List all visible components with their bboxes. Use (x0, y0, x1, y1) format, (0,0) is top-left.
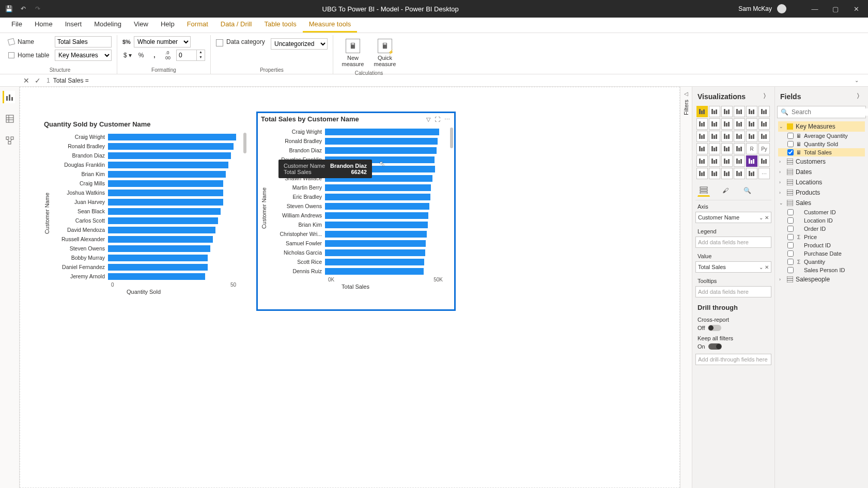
field-order-id[interactable]: Order ID (778, 225, 865, 233)
thousands-button[interactable]: , (149, 50, 160, 60)
viz-type-4[interactable] (746, 106, 757, 117)
measure-name-input[interactable] (55, 36, 112, 48)
viz-type-33[interactable] (734, 168, 745, 179)
scrollbar[interactable] (450, 128, 453, 289)
formula-cancel-button[interactable]: ✕ (21, 76, 32, 85)
tooltips-well[interactable]: Add data fields here (695, 286, 771, 297)
field-quantity-sold[interactable]: 🖩Quantity Sold (778, 140, 865, 148)
bar-row[interactable]: Dennis Ruiz (268, 266, 443, 276)
percent-button[interactable]: % (136, 50, 146, 60)
legend-well[interactable]: Add data fields here (695, 237, 771, 248)
field-product-id[interactable]: Product ID (778, 241, 865, 249)
data-view-button[interactable] (4, 113, 16, 125)
field-sales-person-id[interactable]: Sales Person ID (778, 266, 865, 274)
bar-row[interactable]: Bobby Murray (51, 253, 236, 262)
viz-type-27[interactable] (734, 155, 745, 167)
viz-type-28[interactable] (746, 155, 757, 167)
viz-type-15[interactable] (734, 131, 745, 142)
bar-row[interactable]: Steven Owens (51, 244, 236, 253)
bar-row[interactable]: Samuel Fowler (268, 239, 443, 248)
formula-expand-button[interactable]: ⌄ (855, 77, 866, 83)
ribbon-tab-format[interactable]: Format (181, 17, 214, 33)
bar-row[interactable]: Brandon Diaz (51, 151, 236, 160)
viz-type-35[interactable]: ⋯ (758, 168, 770, 179)
ribbon-tab-view[interactable]: View (128, 17, 154, 33)
formula-commit-button[interactable]: ✓ (32, 76, 43, 85)
bar-row[interactable]: Christopher Wri... (268, 229, 443, 239)
viz-type-26[interactable] (721, 155, 733, 167)
decimals-input[interactable] (177, 50, 196, 60)
ribbon-tab-file[interactable]: File (5, 17, 28, 33)
bar-row[interactable]: Carlos Scott (51, 216, 236, 225)
fields-well-tab[interactable] (698, 184, 710, 197)
ribbon-tab-table-tools[interactable]: Table tools (258, 17, 302, 33)
fields-panel-collapse-icon[interactable]: 〉 (857, 92, 863, 101)
axis-well[interactable]: Customer Name⌄✕ (695, 212, 771, 223)
remove-icon[interactable]: ✕ (765, 215, 769, 221)
bar-row[interactable]: Eric Bradley (268, 192, 443, 201)
ribbon-tab-home[interactable]: Home (28, 17, 59, 33)
bar-row[interactable]: Jeremy Arnold (51, 272, 236, 281)
model-view-button[interactable] (4, 134, 16, 147)
decimal-button[interactable]: .000 (163, 50, 173, 60)
viz-type-12[interactable] (696, 131, 708, 142)
bar-row[interactable]: Russell Alexander (51, 234, 236, 244)
field-average-quantity[interactable]: 🖩Average Quantity (778, 132, 865, 140)
field-total-sales[interactable]: 🖩Total Sales (778, 148, 865, 156)
bar-row[interactable]: William Andrews (268, 211, 443, 220)
formula-text[interactable]: 1Total Sales = (43, 77, 855, 84)
undo-icon[interactable]: ↶ (19, 4, 28, 13)
field-table-sales[interactable]: ⌄Sales (778, 198, 865, 208)
chart-visual[interactable]: Quantity Sold by Customer NameCustomer N… (41, 118, 247, 304)
field-table-locations[interactable]: ›Locations (778, 177, 865, 187)
ribbon-tab-modeling[interactable]: Modeling (88, 17, 128, 33)
bar-row[interactable]: Martin Berry (268, 183, 443, 192)
field-price[interactable]: ΣPrice (778, 233, 865, 241)
viz-type-32[interactable] (721, 168, 733, 179)
viz-type-2[interactable] (721, 106, 733, 117)
bar-row[interactable]: Brandon Diaz (268, 146, 443, 155)
field-table-key-measures[interactable]: ⌄Key Measures (778, 121, 865, 132)
bar-row[interactable]: Craig Mills (51, 179, 236, 188)
new-measure-button[interactable]: 🖩 New measure (338, 36, 367, 69)
focus-icon[interactable]: ⛶ (435, 116, 440, 123)
value-well[interactable]: Total Sales⌄✕ (695, 261, 771, 273)
bar-row[interactable]: Juan Harvey (51, 197, 236, 207)
viz-type-7[interactable] (709, 118, 720, 130)
viz-type-3[interactable] (734, 106, 745, 117)
ribbon-tab-insert[interactable]: Insert (59, 17, 88, 33)
viz-type-10[interactable] (746, 118, 757, 130)
bar-row[interactable]: Sean Black (51, 207, 236, 216)
viz-type-14[interactable] (721, 131, 733, 142)
filters-pane-collapsed[interactable]: ◁ Filters (680, 87, 692, 488)
scrollbar[interactable] (243, 133, 246, 284)
bar-row[interactable]: Joshua Watkins (51, 188, 236, 197)
viz-type-1[interactable] (709, 106, 720, 117)
filters-expand-icon[interactable]: ◁ (684, 91, 688, 97)
viz-type-23[interactable]: Py (758, 143, 770, 154)
format-well-tab[interactable]: 🖌 (719, 184, 732, 197)
filter-icon[interactable]: ▽ (426, 116, 430, 123)
currency-button[interactable]: $ ▾ (122, 50, 133, 60)
bar-row[interactable]: David Mendoza (51, 225, 236, 234)
data-category-select[interactable]: Uncategorized (271, 38, 328, 50)
viz-type-30[interactable] (696, 168, 708, 179)
viz-panel-collapse-icon[interactable]: 〉 (763, 92, 769, 101)
ribbon-tab-measure-tools[interactable]: Measure tools (303, 17, 358, 33)
remove-icon[interactable]: ✕ (765, 264, 769, 270)
field-quantity[interactable]: ΣQuantity (778, 258, 865, 266)
bar-row[interactable]: Ronald Bradley (51, 141, 236, 151)
bar-row[interactable]: Craig Wright (51, 132, 236, 141)
viz-type-21[interactable] (734, 143, 745, 154)
chevron-down-icon[interactable]: ⌄ (759, 215, 763, 221)
field-table-customers[interactable]: ›Customers (778, 156, 865, 167)
viz-type-24[interactable] (696, 155, 708, 167)
save-icon[interactable]: 💾 (4, 4, 13, 13)
bar-row[interactable]: Steven Owens (268, 201, 443, 211)
report-view-button[interactable] (3, 91, 15, 103)
home-table-select[interactable]: Key Measures (55, 50, 112, 61)
viz-type-20[interactable] (721, 143, 733, 154)
drill-through-well[interactable]: Add drill-through fields here (695, 354, 771, 365)
field-table-dates[interactable]: ›Dates (778, 167, 865, 177)
viz-type-18[interactable] (696, 143, 708, 154)
